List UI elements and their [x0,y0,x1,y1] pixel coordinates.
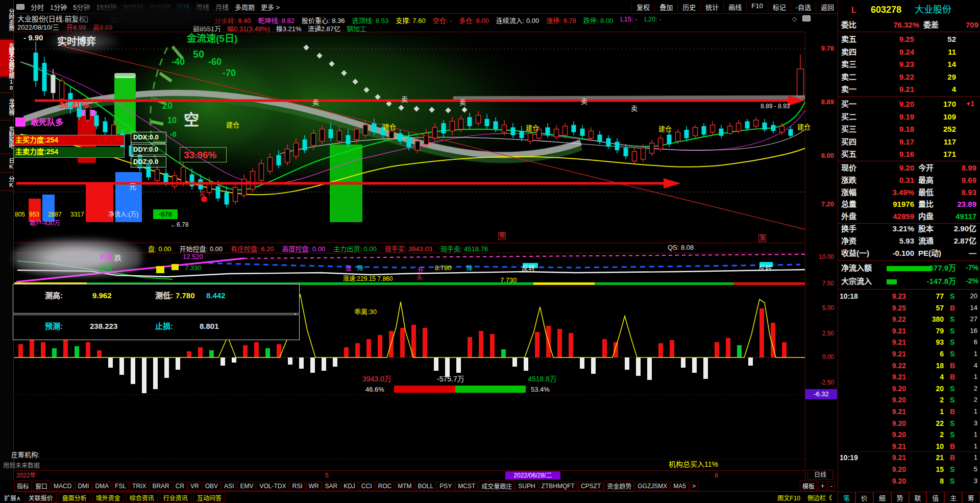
mini-window-icon[interactable] [802,15,811,21]
sidebar-toggle-button[interactable]: 侧边栏《 [804,493,836,502]
tab-KDJ[interactable]: KDJ [341,482,358,491]
bid-label: 买一 [841,100,856,108]
toolbar-button--自选[interactable]: -自选 [791,2,816,12]
period-更多 >[interactable]: 更多 > [258,2,283,12]
tab-EMV[interactable]: EMV [237,482,256,491]
readout1-3: 逃顶线: 8.53 [352,15,389,23]
statusbar-境外资金[interactable]: 境外资金 [92,492,124,503]
toolbar-button-画线[interactable]: 画线 [723,2,746,12]
tab-GGZJSMX[interactable]: GGZJSMX [635,482,670,491]
quote-tab-主[interactable]: 主 [944,492,962,503]
quote-tab-值[interactable]: 值 [926,492,944,503]
tab->[interactable]: > [690,482,698,491]
toolbar-button-历史[interactable]: 历史 [677,2,700,12]
quote-tab-笔[interactable]: 笔 [838,492,855,503]
toolbar-button-统计[interactable]: 统计 [700,2,723,12]
status-bar: 扩展∧关联报价盘面分析境外资金综合资讯行业资讯互动问答图文F10侧边栏《笔价细势… [0,492,980,503]
tab-BOLL[interactable]: BOLL [415,482,436,491]
period-1分钟[interactable]: 1分钟 [47,2,70,12]
oscpane-label-2: 用到未来数据 [3,463,40,469]
tab-WR[interactable]: WR [306,482,322,491]
measure-extra-value: 8.442 [206,292,226,299]
tab-MACD[interactable]: MACD [51,482,74,491]
tab-ASI[interactable]: ASI [222,482,236,491]
tick-volume: 1 [914,408,944,415]
weibi-label: 委比 [841,21,856,29]
tab-MA5[interactable]: MA5 [671,482,689,491]
toolbar-button-F10[interactable]: F10 [746,2,767,12]
template-button[interactable]: 模板 [800,481,817,491]
tab-MCST[interactable]: MCST [455,482,478,491]
sidebar-item-5[interactable]: 龙虎榜 [0,94,14,119]
quote-tab-细[interactable]: 细 [873,492,891,503]
tab-CCI[interactable]: CCI [359,482,375,491]
readout2-4: 钢加工 [347,23,366,32]
quote-tab-筹[interactable]: 筹 [962,492,980,503]
bid-label: 买五 [841,150,856,158]
tab-SUPH[interactable]: SUPH [516,482,537,491]
window-icon[interactable] [16,4,24,10]
zoom-in-button[interactable]: + [818,482,827,491]
sidebar-item-6[interactable]: 东财股吧 [0,122,14,153]
tab-ROC[interactable]: ROC [376,482,395,491]
tab-ZTBHMQFT[interactable]: ZTBHMQFT [539,482,577,491]
sidebar-item-4[interactable]: 同花顺10 [0,60,14,92]
tab-VOL-TDX[interactable]: VOL-TDX [257,482,288,491]
statusbar-盘面分析[interactable]: 盘面分析 [59,492,90,503]
statusbar-关联报价[interactable]: 关联报价 [25,492,57,503]
period-多周期[interactable]: 多周期 [232,2,258,12]
toolbar-button-叠加[interactable]: 叠加 [654,2,677,12]
tab-CPSZT[interactable]: CPSZT [578,482,603,491]
statusbar-综合资讯[interactable]: 综合资讯 [126,492,158,503]
readout2-3: 流通2.87亿 [308,23,340,32]
sidebar-item-8[interactable]: 分K [0,174,14,190]
sidebar-item-1[interactable]: 分时走势 [0,2,14,38]
tab-BRAR[interactable]: BRAR [150,482,172,491]
tab-成交量跟庄[interactable]: 成交量跟庄 [479,481,514,491]
quote-tab-价[interactable]: 价 [855,492,873,503]
tick-count: 5 [960,466,977,472]
tab-窗口[interactable]: 窗口 [33,481,50,491]
quote-tab-势[interactable]: 势 [891,492,909,503]
stat-label-1: 外盘 [841,212,856,220]
tab-VR[interactable]: VR [188,482,202,491]
tab-TRIX[interactable]: TRIX [130,482,149,491]
tab-DMI[interactable]: DMI [75,482,91,491]
tab-FSL[interactable]: FSL [112,482,129,491]
overlay-label-29: 建仓 [383,124,396,130]
quote-tab-联[interactable]: 联 [909,492,927,503]
toolbar-button-复权[interactable]: 复权 [631,2,654,12]
tab-CR[interactable]: CR [173,482,187,491]
overlay-label-5: -60 [208,57,222,66]
ask-row-4: 卖四9.2411 [838,46,980,58]
tab-OBV[interactable]: OBV [203,482,220,491]
tab-PSY[interactable]: PSY [437,482,454,491]
period-badge[interactable]: 日线 [807,470,833,480]
tab-资金趋势[interactable]: 资金趋势 [604,481,634,491]
sidebar-separator [1,190,13,191]
tab-RSI[interactable]: RSI [289,482,305,491]
statusbar-行业资讯[interactable]: 行业资讯 [160,492,191,503]
tick-direction: B [950,373,955,380]
zoom-out-button[interactable]: - [828,482,835,491]
tab-SAR[interactable]: SAR [323,482,340,491]
tick-count: 1 [960,408,977,415]
sidebar-item-7[interactable]: 日K [0,155,14,172]
tab-指标[interactable]: 指标 [14,481,32,491]
tab-DMA[interactable]: DMA [92,482,111,491]
toolbar-button-标记[interactable]: 标记 [768,2,791,12]
tick-row-0: 10:189.2377S20 [838,291,980,302]
toolbar-button-返回[interactable]: 返回 [816,2,839,12]
readout1-10: L15: - [620,15,637,23]
tuwen-f10-button[interactable]: 图文F10 [774,493,804,502]
oscillator-pane[interactable] [14,286,805,471]
tick-row-3: 9.2179S16 [838,326,980,337]
tab-MTM[interactable]: MTM [395,482,414,491]
tick-price: 9.21 [876,373,906,380]
market-flag: L [851,6,856,14]
tick-direction: S [950,431,954,438]
period-分时[interactable]: 分时 [28,2,47,12]
statusbar-互动问答[interactable]: 互动问答 [193,492,225,503]
bid-price: 9.19 [878,113,914,121]
statusbar-扩展∧[interactable]: 扩展∧ [0,493,25,502]
